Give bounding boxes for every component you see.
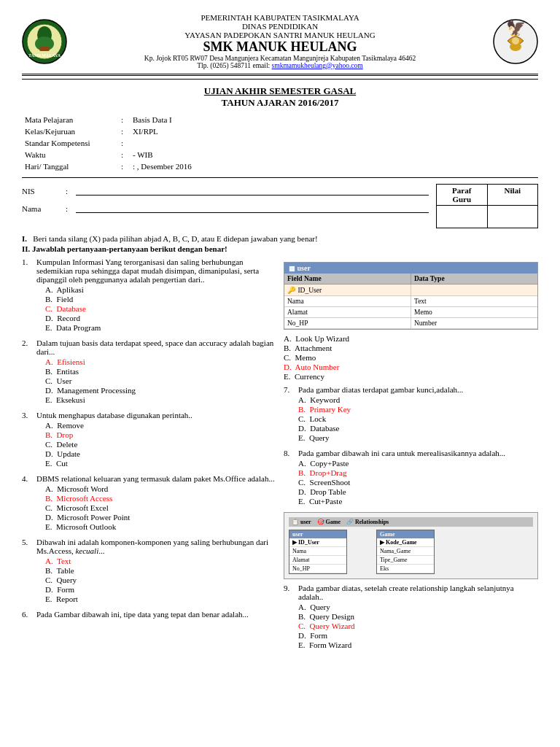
q9-body: Pada gambar diatas, setelah create relat… xyxy=(298,584,538,650)
paraf-nilai-body xyxy=(437,206,537,228)
nama-input-line xyxy=(76,201,429,213)
rel-game-nama: Nama_Game xyxy=(377,547,434,556)
meta-row-hari: Hari/ Tanggal : : , Desember 2016 xyxy=(23,161,193,171)
nis-row: NIS : xyxy=(22,184,429,196)
roman-I: I. xyxy=(22,234,31,243)
q5-optC: C. Query xyxy=(45,576,276,584)
meta-row-standar: Standar Kompetensi : xyxy=(23,138,193,148)
kelas-value: XI/RPL xyxy=(131,126,193,136)
q6-options-right: A. Look Up Wizard B. Attachment C. Memo … xyxy=(284,334,538,381)
q4-optD: D. Microsoft Power Point xyxy=(45,513,276,522)
meta-table: Mata Pelajaran : Basis Data I Kelas/Keju… xyxy=(22,113,195,173)
q4-body: DBMS relational keluaran yang termasuk d… xyxy=(36,474,276,532)
nama-row: Nama : xyxy=(22,201,429,213)
rel-user-id: ▶ ID_User xyxy=(289,538,346,547)
db-type-1 xyxy=(411,285,537,295)
q6-optA: A. Look Up Wizard xyxy=(284,334,538,343)
q3-num: 3. xyxy=(22,411,34,468)
q7-inline: 7. Pada gambar diatas terdapat gambar ku… xyxy=(284,385,538,443)
q1-inline: 1. Kumpulan Informasi Yang terorganisasi… xyxy=(22,258,276,333)
q6-body: Pada Gambar dibawah ini, tipe data yang … xyxy=(36,610,276,619)
exam-title: UJIAN AKHIR SEMESTER GASAL TAHUN AJARAN … xyxy=(22,85,538,109)
paraf-label: Paraf xyxy=(452,186,471,195)
q8-optC: C. ScreenShoot xyxy=(298,478,538,487)
rel-user-alamat: Alamat xyxy=(289,556,346,565)
nis-input-line xyxy=(76,184,429,196)
question-6: 6. Pada Gambar dibawah ini, tipe data ya… xyxy=(22,610,276,619)
q9-optE: E. Form Wizard xyxy=(298,640,538,649)
q4-optE: E. Microsoft Outlook xyxy=(45,522,276,531)
exam-title2: TAHUN AJARAN 2016/2017 xyxy=(22,97,538,109)
q8-optD: D. Drop Table xyxy=(298,487,538,496)
mata-value: Basis Data I xyxy=(131,115,193,125)
main-content: 1. Kumpulan Informasi Yang terorganisasi… xyxy=(22,258,538,656)
svg-text:TASIKMALAYA: TASIKMALAYA xyxy=(28,53,61,58)
q3-optA: A. Remove xyxy=(45,421,276,430)
q2-options: A. Efisiensi B. Entitas C. User D. Manag… xyxy=(45,357,276,404)
q2-text: Dalam tujuan basis data terdapat speed, … xyxy=(36,338,273,356)
q5-body: Dibawah ini adalah komponen-komponen yan… xyxy=(36,538,276,604)
q9-text: Pada gambar diatas, setelah create relat… xyxy=(298,584,514,601)
guru-label: Guru xyxy=(452,195,471,204)
db-table-title: ▦ user xyxy=(284,263,537,274)
header-line3: YAYASAN PADEPOKAN SANTRI MANUK HEULANG xyxy=(76,31,484,39)
q4-options: A. Microsoft Word B. Microsoft Access C.… xyxy=(45,484,276,531)
q5-optD: D. Form xyxy=(45,585,276,594)
hari-label: Hari/ Tanggal xyxy=(23,161,118,171)
hari-value: : , Desember 2016 xyxy=(131,161,193,171)
meta-row-mata: Mata Pelajaran : Basis Data I xyxy=(23,115,193,125)
q8-optA: A. Copy+Paste xyxy=(298,459,538,468)
question-2: 2. Dalam tujuan basis data terdapat spee… xyxy=(22,338,276,405)
q3-options: A. Remove B. Drop C. Delete D. Update E.… xyxy=(45,421,276,468)
q5-num: 5. xyxy=(22,538,34,604)
hari-colon: : xyxy=(120,161,130,171)
q2-optE: E. Eksekusi xyxy=(45,395,276,404)
instruction1-text: Beri tanda silang (X) pada pilihan abjad… xyxy=(33,234,317,243)
svg-text:🦅: 🦅 xyxy=(506,19,526,38)
q8-optE: E. Cut+Paste xyxy=(298,497,538,506)
logo-right: 🦅 xyxy=(493,19,538,64)
q1-options: A. Aplikasi B. Field C. Database D. Reco… xyxy=(45,285,276,332)
q6-num: 6. xyxy=(22,610,34,619)
q8-optB: B. Drop+Drag xyxy=(298,468,538,477)
kelas-label: Kelas/Kejuruan xyxy=(23,126,118,136)
email-link[interactable]: smkmamukheulang@yahoo.com xyxy=(272,62,363,69)
rel-game-title: Game xyxy=(377,530,434,538)
q6-optE: E. Currency xyxy=(284,372,538,381)
q5-optB: B. Table xyxy=(45,566,276,575)
standar-value xyxy=(131,138,193,148)
paraf-body-cell xyxy=(437,206,488,228)
rel-game-kode: ▶ Kode_Game xyxy=(377,538,434,547)
school-name: SMK MANUK HEULANG xyxy=(76,39,484,55)
q9-num: 9. xyxy=(284,584,295,650)
col-datatype: Data Type xyxy=(411,274,537,284)
q2-optC: C. User xyxy=(45,376,276,385)
nama-label: Nama xyxy=(22,204,66,213)
db-type-2: Text xyxy=(411,296,537,306)
logo-left: TASIKMALAYA xyxy=(22,19,67,64)
q2-optB: B. Entitas xyxy=(45,367,276,376)
db-field-3: Alamat xyxy=(284,307,411,317)
q4-optC: C. Microsoft Excel xyxy=(45,503,276,512)
q7-options: A. Keyword B. Primary Key C. Lock D. Dat… xyxy=(298,395,538,442)
q2-num: 2. xyxy=(22,338,34,405)
q7-optB: B. Primary Key xyxy=(298,405,538,414)
mata-label: Mata Pelajaran xyxy=(23,115,118,125)
left-column: 1. Kumpulan Informasi Yang terorganisasi… xyxy=(22,258,276,656)
db-row-1: 🔑 ID_User xyxy=(284,285,537,296)
kelas-colon: : xyxy=(120,126,130,136)
standar-label: Standar Kompetensi xyxy=(23,138,118,148)
db-field-4: No_HP xyxy=(284,318,411,328)
q3-text: Untuk menghapus database digunakan perin… xyxy=(36,411,192,419)
instruction2-text: Jawablah pertanyaan-pertanyaan berikut d… xyxy=(32,244,228,253)
phone-text: Tlp. (0265) 548711 email: xyxy=(197,62,271,69)
question-8: 8. Pada gambar dibawah ini cara untuk me… xyxy=(284,449,538,506)
q7-optD: D. Database xyxy=(298,424,538,433)
q1-optD: D. Record xyxy=(45,314,276,322)
q1-optA: A. Aplikasi xyxy=(45,285,276,294)
q2-optD: D. Management Processing xyxy=(45,386,276,395)
rel-table-game: Game ▶ Kode_Game Nama_Game Tipe_Game Eks xyxy=(376,530,435,574)
q8-num: 8. xyxy=(284,449,295,506)
q9-optA: A. Query xyxy=(298,603,538,611)
col-fieldname: Field Name xyxy=(284,274,411,284)
